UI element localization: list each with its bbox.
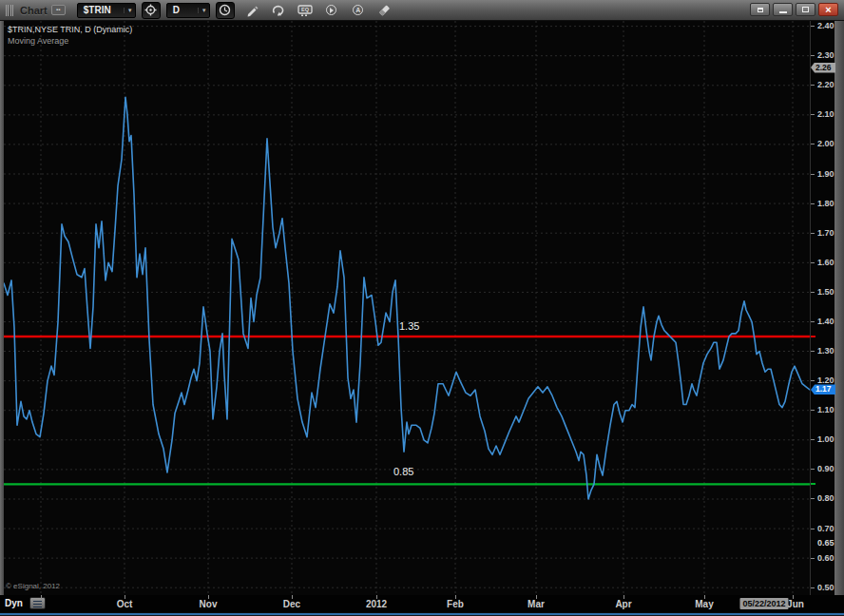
legend-symbol-line: $TRIN,NYSE TRIN, D (Dynamic) <box>8 24 132 35</box>
time-label-Feb: Feb <box>447 599 464 609</box>
price-tick <box>811 558 815 559</box>
price-tick <box>811 587 815 588</box>
price-tick <box>811 26 815 27</box>
time-label-Nov: Nov <box>200 599 218 609</box>
price-tick <box>811 174 815 175</box>
price-tick-label: 1.30 <box>817 347 834 356</box>
quote-bubble-icon: EQ <box>297 4 313 17</box>
last-price-tag: 1.17 <box>811 384 835 395</box>
play-circle-icon <box>326 5 336 15</box>
price-tick <box>811 469 815 470</box>
price-tick <box>811 144 815 144</box>
price-tick <box>811 233 815 234</box>
price-axis[interactable]: 2.402.302.202.102.001.901.801.701.601.50… <box>810 21 834 595</box>
draw-pencil-button[interactable] <box>242 2 261 19</box>
time-label-Jun: Jun <box>787 599 804 609</box>
interval-value: D <box>173 5 193 15</box>
symbol-dropdown[interactable]: $TRIN ▼ <box>77 3 136 18</box>
time-label-Dec: Dec <box>283 599 300 609</box>
auto-circle-icon: A <box>353 5 363 15</box>
svg-text:EQ: EQ <box>301 7 310 12</box>
chart-legend: $TRIN,NYSE TRIN, D (Dynamic) Moving Aver… <box>8 24 132 47</box>
symbol-search-button[interactable] <box>142 2 161 19</box>
price-tick <box>811 410 815 411</box>
price-tick-label: 1.90 <box>817 170 834 179</box>
hline-label-1.35: 1.35 <box>399 320 419 332</box>
clock-icon <box>219 4 231 16</box>
symbol-value: $TRIN <box>84 5 119 15</box>
layout-badge-icon: ▪▪ <box>51 5 66 15</box>
time-interval-button[interactable] <box>216 2 235 19</box>
chart-plot-area[interactable]: $TRIN,NYSE TRIN, D (Dynamic) Moving Aver… <box>4 21 810 595</box>
price-tick-label: 0.80 <box>817 494 834 503</box>
play-button[interactable] <box>322 2 341 19</box>
axis-marker-0.65: 0.65 <box>817 539 834 548</box>
chart-window: Chart ▪▪ $TRIN ▼ D ▼ <box>0 0 844 616</box>
price-tick-label: 1.10 <box>817 406 834 414</box>
price-tick <box>811 262 815 263</box>
price-tick <box>811 529 815 529</box>
auto-button[interactable]: A <box>349 2 368 19</box>
price-tick-label: 2.00 <box>817 140 834 148</box>
window-frame-right[interactable] <box>834 21 844 612</box>
close-button[interactable]: × <box>818 3 838 16</box>
price-tick-label: 1.00 <box>817 435 834 444</box>
price-tick <box>811 380 815 381</box>
price-tick <box>811 85 815 86</box>
price-tick-label: 1.70 <box>817 229 834 238</box>
copyright-text: © eSignal, 2012 <box>6 582 60 590</box>
price-tick-label: 2.30 <box>817 51 834 60</box>
chevron-down-icon: ▼ <box>198 8 207 13</box>
price-tick-label: 0.90 <box>817 465 834 473</box>
price-tick <box>811 439 815 440</box>
price-tick-label: 2.40 <box>817 22 834 30</box>
price-tick-label: 1.50 <box>817 288 834 297</box>
price-tick <box>811 498 815 499</box>
price-tick-label: 1.40 <box>817 318 834 326</box>
window-title: Chart <box>20 5 48 16</box>
price-tick-label: 0.60 <box>817 554 834 563</box>
price-chart-canvas[interactable] <box>4 21 810 595</box>
time-label-May: May <box>695 599 713 609</box>
time-label-Mar: Mar <box>528 599 545 609</box>
reload-button[interactable] <box>269 2 288 19</box>
hline-axis-tick <box>811 336 815 337</box>
window-grip-icon[interactable] <box>6 5 13 16</box>
price-tick <box>811 292 815 293</box>
pencil-icon <box>245 4 259 17</box>
axis-marker-tag: 2.26 <box>811 63 835 73</box>
time-label-Oct: Oct <box>117 599 133 609</box>
price-tick-label: 1.80 <box>817 200 834 208</box>
quote-window-button[interactable]: EQ <box>296 2 315 19</box>
price-tick-label: 1.20 <box>817 376 834 385</box>
cursor-date-tag: 05/22/2012 <box>739 598 788 609</box>
time-axis[interactable]: Dyn OctNovDec2012FebMarAprMayJun05/22/20… <box>0 595 844 612</box>
hline-axis-tick <box>811 483 815 485</box>
price-tick-label: 0.50 <box>817 584 834 592</box>
price-tick-label: 2.10 <box>817 110 834 119</box>
time-label-Apr: Apr <box>615 599 631 609</box>
legend-study-line: Moving Average <box>8 35 132 47</box>
price-tick-label: 2.20 <box>817 81 834 89</box>
eraser-icon <box>377 4 392 17</box>
time-label-2012: 2012 <box>366 599 387 609</box>
price-tick <box>811 114 815 115</box>
window-controls: × <box>750 3 838 16</box>
maximize-button[interactable] <box>796 3 815 16</box>
dyn-mode-button[interactable] <box>29 597 46 609</box>
eraser-button[interactable] <box>375 2 394 19</box>
window-frame-bottom <box>0 612 844 616</box>
dyn-mode-label: Dyn <box>5 598 23 608</box>
price-tick-label: 1.60 <box>817 259 834 267</box>
price-tick <box>811 203 815 204</box>
gear-icon <box>144 4 157 16</box>
price-tick-label: 0.70 <box>817 525 834 533</box>
chevron-down-icon: ▼ <box>124 8 133 13</box>
popout-button[interactable] <box>750 3 770 16</box>
time-tick <box>41 595 42 599</box>
price-tick <box>811 55 815 56</box>
minimize-button[interactable] <box>773 3 793 16</box>
price-tick <box>811 321 815 322</box>
curved-arrow-icon <box>271 4 285 17</box>
interval-dropdown[interactable]: D ▼ <box>166 3 210 18</box>
